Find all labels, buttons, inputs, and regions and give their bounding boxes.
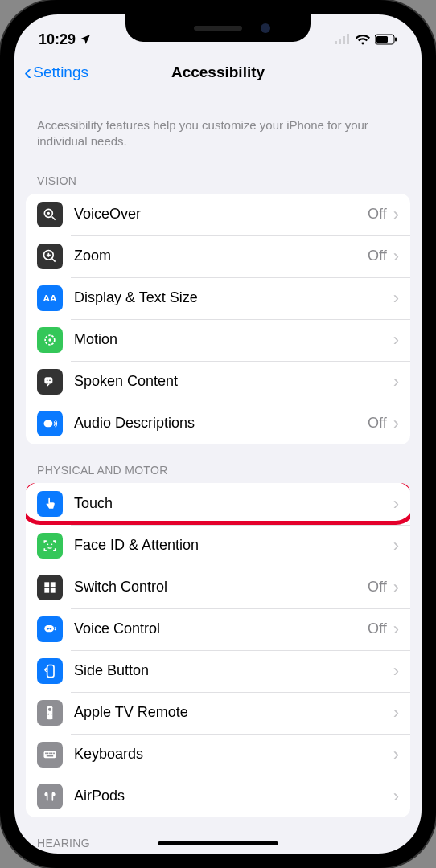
svg-point-29 (48, 713, 50, 714)
row-side[interactable]: Side Button › (26, 650, 410, 692)
svg-rect-2 (343, 36, 345, 44)
svg-rect-31 (44, 751, 56, 757)
apple-tv-remote-icon (37, 700, 63, 726)
svg-rect-35 (51, 752, 53, 754)
chevron-right-icon: › (393, 535, 399, 556)
row-label: AirPods (74, 788, 393, 805)
row-value: Off (368, 415, 387, 432)
row-label: Display & Text Size (74, 289, 393, 306)
back-button[interactable]: ‹ Settings (24, 61, 88, 84)
svg-rect-32 (45, 752, 47, 754)
svg-rect-22 (51, 588, 56, 592)
svg-rect-5 (376, 36, 388, 43)
status-time: 10:29 (39, 31, 76, 48)
row-label: Keyboards (74, 746, 393, 763)
row-switch[interactable]: Switch Control Off › (26, 567, 410, 608)
cellular-icon (335, 34, 351, 45)
notch (125, 14, 311, 42)
row-audio[interactable]: Audio Descriptions Off › (26, 403, 410, 444)
row-value: Off (368, 579, 387, 596)
section-header-vision: VISION (14, 155, 422, 194)
svg-rect-3 (347, 34, 349, 44)
page-title: Accessibility (171, 63, 265, 81)
svg-point-15 (49, 379, 51, 381)
row-keyboards[interactable]: Keyboards › (26, 734, 410, 776)
row-display[interactable]: AA Display & Text Size › (26, 277, 410, 319)
faceid-icon (37, 533, 63, 559)
row-airpods[interactable]: AirPods › (26, 776, 410, 817)
svg-rect-0 (335, 41, 337, 44)
row-label: Apple TV Remote (74, 704, 393, 721)
switch-icon (37, 575, 63, 600)
chevron-right-icon: › (393, 288, 399, 309)
svg-rect-33 (47, 752, 49, 754)
svg-point-12 (48, 338, 51, 341)
row-faceid[interactable]: Face ID & Attention › (26, 525, 410, 567)
group-vision: VoiceOver Off › Zoom Off › AA Display & … (26, 194, 410, 444)
svg-point-24 (47, 627, 49, 629)
svg-point-17 (47, 543, 49, 545)
chevron-right-icon: › (393, 619, 399, 640)
navigation-bar: ‹ Settings Accessibility (14, 55, 422, 95)
row-label: Switch Control (74, 579, 368, 596)
row-label: VoiceOver (74, 206, 368, 223)
chevron-right-icon: › (393, 371, 399, 392)
section-header-motor: PHYSICAL AND MOTOR (14, 444, 422, 483)
voiceover-icon (37, 202, 63, 227)
row-label: Spoken Content (74, 373, 393, 390)
airpods-icon (37, 784, 63, 809)
svg-rect-19 (44, 582, 49, 587)
svg-rect-16 (44, 420, 53, 426)
chevron-right-icon: › (393, 577, 399, 598)
row-appletv[interactable]: Apple TV Remote › (26, 692, 410, 734)
touch-icon (37, 491, 63, 517)
row-label: Audio Descriptions (74, 415, 368, 432)
row-label: Side Button (74, 662, 393, 679)
back-label: Settings (33, 63, 88, 81)
spoken-icon (37, 369, 63, 395)
motion-icon (37, 327, 63, 353)
svg-rect-20 (51, 582, 56, 587)
battery-icon (375, 34, 397, 45)
wifi-icon (356, 34, 370, 45)
chevron-left-icon: ‹ (24, 61, 31, 84)
row-spoken[interactable]: Spoken Content › (26, 361, 410, 403)
svg-rect-26 (47, 665, 54, 677)
svg-point-25 (50, 627, 52, 629)
display-icon: AA (37, 285, 63, 311)
keyboards-icon (37, 742, 63, 768)
svg-rect-37 (47, 755, 53, 756)
row-zoom[interactable]: Zoom Off › (26, 235, 410, 277)
chevron-right-icon: › (393, 204, 399, 225)
chevron-right-icon: › (393, 246, 399, 267)
svg-rect-23 (44, 625, 54, 632)
chevron-right-icon: › (393, 702, 399, 723)
location-icon (79, 33, 92, 46)
svg-point-8 (47, 211, 50, 214)
chevron-right-icon: › (393, 493, 399, 514)
row-label: Touch (74, 495, 393, 512)
svg-rect-13 (44, 377, 52, 383)
row-label: Face ID & Attention (74, 537, 393, 554)
row-value: Off (368, 620, 387, 637)
row-value: Off (368, 248, 387, 264)
intro-text: Accessibility features help you customiz… (14, 95, 422, 155)
row-voiceover[interactable]: VoiceOver Off › (26, 194, 410, 235)
row-motion[interactable]: Motion › (26, 319, 410, 361)
chevron-right-icon: › (393, 744, 399, 765)
screen: 10:29 ‹ Settings Accessibility Accessibi… (14, 14, 422, 854)
audio-descriptions-icon (37, 411, 63, 436)
svg-text:AA: AA (43, 293, 57, 303)
row-value: Off (368, 206, 387, 223)
content[interactable]: Accessibility features help you customiz… (14, 95, 422, 854)
chevron-right-icon: › (393, 661, 399, 682)
voice-control-icon (37, 616, 63, 642)
row-voice[interactable]: Voice Control Off › (26, 608, 410, 650)
group-motor: Touch › Face ID & Attention › Switch Con… (26, 483, 410, 817)
chevron-right-icon: › (393, 413, 399, 434)
home-indicator[interactable] (158, 841, 278, 845)
row-touch[interactable]: Touch › (26, 483, 410, 525)
chevron-right-icon: › (393, 786, 399, 807)
phone-frame: 10:29 ‹ Settings Accessibility Accessibi… (0, 0, 436, 868)
svg-rect-1 (339, 39, 341, 44)
